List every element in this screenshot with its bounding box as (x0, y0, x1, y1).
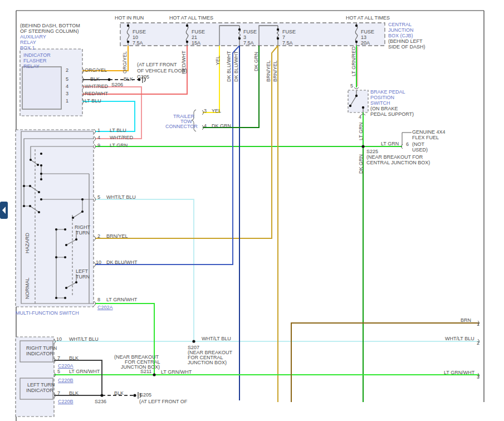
cjb-box (120, 23, 385, 46)
wire-dk-grn-trailer (203, 46, 259, 128)
wire-org-yel (82, 46, 128, 71)
flex-fuel-leader (402, 133, 412, 145)
ground-g205-icon (143, 76, 145, 83)
wire-brn (291, 323, 479, 402)
wire-wht-lt-blu-branch (95, 199, 194, 341)
wire-lt-blu (82, 101, 135, 131)
wiring-diagram-page: (BEHIND DASH, BOTTOMOF STEERING COLUMN)A… (0, 0, 504, 421)
wire-dk-blu-wht-branch (95, 46, 239, 265)
wire-blk-ind-top (54, 360, 102, 395)
right-turn-indicator-body (20, 341, 53, 362)
brake-switch-box (348, 90, 368, 112)
nav-left-button[interactable] (0, 202, 8, 219)
wires (54, 46, 479, 402)
wire-yel (203, 46, 219, 112)
ground-g205b-icon (138, 392, 141, 399)
wire-lt-grn-wht-branch (95, 303, 154, 375)
mfs-box (16, 130, 94, 307)
trailer-tow-brace (192, 110, 196, 131)
component-boxes (16, 23, 385, 417)
flasher-relay-body (22, 67, 61, 109)
wiring-diagram-canvas (0, 0, 504, 421)
left-turn-indicator-body (20, 378, 53, 399)
pin-brackets (54, 68, 479, 398)
